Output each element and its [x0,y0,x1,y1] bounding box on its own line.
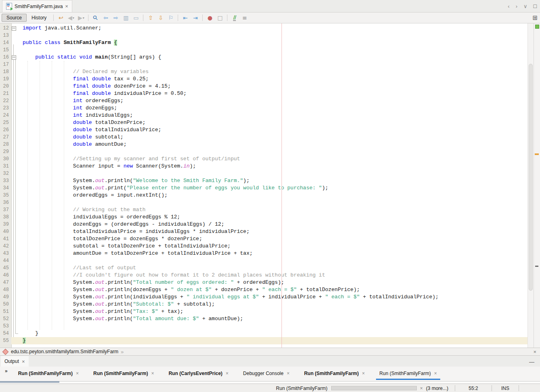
output-tab-close-icon[interactable]: × [151,371,154,376]
code-line-25[interactable]: 25 double totalDozenPrice; [0,119,527,126]
code-line-19[interactable]: 19 final double tax = 0.25; [0,75,527,83]
fold-margin[interactable] [11,323,20,330]
line-number[interactable]: 50 [0,301,11,308]
code-text[interactable]: import java.util.Scanner; [20,25,527,32]
fold-margin[interactable] [11,112,20,119]
line-number[interactable]: 19 [0,75,11,83]
code-text[interactable]: dozenEggs = (orderedEggs - individualEgg… [20,221,527,228]
next-occurrence-icon[interactable]: ⇨ [111,14,121,22]
toggle-highlight-search-icon[interactable]: ▥ [121,14,131,22]
line-number[interactable]: 26 [0,126,11,134]
fold-margin[interactable] [11,148,20,155]
fold-margin[interactable] [11,206,20,214]
code-text[interactable]: System.out.println("Total amount due: $"… [20,315,527,323]
fold-margin[interactable] [11,337,20,344]
code-text[interactable]: double totalIndividualPrice; [20,126,527,134]
start-macro-recording-icon[interactable]: ● [205,14,215,22]
code-text[interactable] [20,61,527,68]
line-number[interactable]: 17 [0,61,11,68]
line-number[interactable]: 49 [0,293,11,301]
fold-margin[interactable] [11,141,20,148]
fold-margin[interactable] [11,235,20,243]
code-text[interactable]: totalDozenPrice = dozenEggs * dozenPrice… [20,235,527,243]
code-line-20[interactable]: 20 final double dozenPrice = 4.15; [0,83,527,90]
close-tab-icon[interactable]: × [65,4,68,9]
error-stripe-warning-mark[interactable] [535,153,539,155]
line-number[interactable]: 52 [0,315,11,323]
output-tab-close-icon[interactable]: × [226,371,229,376]
fold-margin[interactable] [11,90,20,97]
code-line-29[interactable]: 29 [0,148,527,155]
code-line-40[interactable]: 40 totalIndividualPrice = individualEggs… [0,228,527,235]
code-text[interactable]: int orderedEggs; [20,97,527,105]
code-text[interactable]: final double tax = 0.25; [20,75,527,83]
code-text[interactable]: double totalDozenPrice; [20,119,527,126]
line-number[interactable]: 54 [0,330,11,337]
code-line-22[interactable]: 22 int orderedEggs; [0,97,527,105]
code-line-31[interactable]: 31 Scanner input = new Scanner(System.in… [0,163,527,170]
line-number[interactable]: 12 [0,25,11,32]
code-line-24[interactable]: 24 int individualEggs; [0,112,527,119]
output-window-tab[interactable]: Output × [1,356,29,367]
code-area[interactable]: 12import java.util.Scanner;1314public cl… [0,23,527,348]
toolbar-splitter-icon[interactable]: ⊞ [532,14,538,21]
code-line-39[interactable]: 39 dozenEggs = (orderedEggs - individual… [0,221,527,228]
code-text[interactable]: int individualEggs; [20,112,527,119]
fold-margin[interactable] [11,257,20,264]
fold-margin[interactable] [11,61,20,68]
line-number[interactable]: 51 [0,308,11,315]
fold-margin[interactable] [11,293,20,301]
error-stripe[interactable] [534,23,540,348]
output-tab-2[interactable]: Run (CarlysEventPrice)× [164,367,233,380]
fold-margin[interactable] [11,228,20,235]
line-number[interactable]: 29 [0,148,11,155]
line-number[interactable]: 41 [0,235,11,243]
code-line-45[interactable]: 45 //Last set of output [0,264,527,272]
fold-margin[interactable] [11,243,20,250]
line-number[interactable]: 32 [0,170,11,177]
code-text[interactable]: subtotal = totalDozenPrice + totalIndivi… [20,243,527,250]
more-tabs-icon[interactable]: » [5,368,8,374]
code-text[interactable] [20,32,527,39]
fold-margin[interactable] [11,170,20,177]
line-number[interactable]: 35 [0,192,11,199]
rectangular-selection-icon[interactable]: ▭ [131,14,141,22]
last-edit-location-icon[interactable]: ↩ [56,14,66,22]
line-number[interactable]: 53 [0,323,11,330]
code-text[interactable]: System.out.println(dozenEggs + " dozen a… [20,286,527,293]
code-text[interactable]: //I couldn't figure out how to format it… [20,272,527,279]
line-number[interactable]: 27 [0,134,11,141]
output-tab-5[interactable]: Run (SmithFamilyFarm)× [374,367,441,380]
line-number[interactable]: 38 [0,214,11,221]
code-line-49[interactable]: 49 System.out.println(individualEggs + "… [0,293,527,301]
line-number[interactable]: 33 [0,177,11,184]
code-text[interactable]: Scanner input = new Scanner(System.in); [20,163,527,170]
previous-occurrence-icon[interactable]: ⇦ [101,14,111,22]
code-text[interactable]: } [20,330,527,337]
fold-margin[interactable] [11,68,20,75]
code-text[interactable]: System.out.print("Please enter the numbe… [20,184,527,192]
fold-margin[interactable] [11,221,20,228]
fold-margin[interactable] [11,264,20,272]
source-view-button[interactable]: Source [2,14,27,22]
output-tab-0[interactable]: Run (SmithFamilyFarm)× [13,367,84,380]
output-window-close-icon[interactable]: × [22,359,25,364]
code-line-13[interactable]: 13 [0,32,527,39]
code-line-35[interactable]: 35 orderedEggs = input.nextInt(); [0,192,527,199]
line-number[interactable]: 15 [0,46,11,54]
code-text[interactable]: //Setting up my scanner and first set of… [20,155,527,163]
fold-margin[interactable] [11,301,20,308]
code-line-36[interactable]: 36 [0,199,527,206]
line-number[interactable]: 18 [0,68,11,75]
code-line-23[interactable]: 23 int dozenEggs; [0,105,527,112]
code-line-43[interactable]: 43 amountDue = totalDozenPrice + totalIn… [0,250,527,257]
code-text[interactable]: public class SmithFamilyFarm { [20,39,527,46]
forward-icon[interactable]: ▶▾ [76,14,86,22]
fold-margin[interactable] [11,286,20,293]
code-text[interactable]: totalIndividualPrice = individualEggs * … [20,228,527,235]
line-number[interactable]: 30 [0,155,11,163]
tab-list-dropdown-icon[interactable]: ∨ [523,3,527,9]
code-text[interactable]: } [20,337,527,344]
line-number[interactable]: 43 [0,250,11,257]
code-text[interactable] [20,148,527,155]
